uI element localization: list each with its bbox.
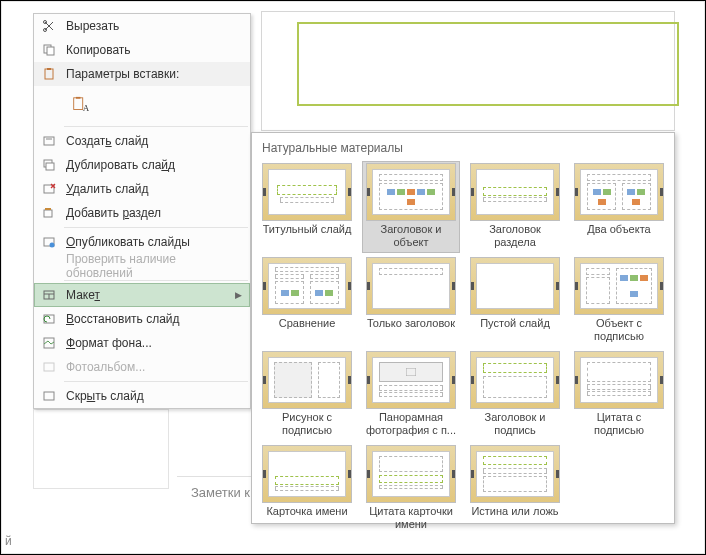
format-bg-icon — [40, 334, 58, 352]
layout-title-only[interactable]: Только заголовок — [362, 255, 460, 347]
restore-icon — [40, 310, 58, 328]
svg-rect-9 — [44, 137, 54, 145]
copy-icon — [40, 41, 58, 59]
menu-cut[interactable]: Вырезать — [34, 14, 250, 38]
layout-comparison[interactable]: Сравнение — [258, 255, 356, 347]
svg-text:A: A — [83, 103, 89, 113]
menu-check-updates: Проверить наличие обновлений — [34, 254, 250, 278]
layout-quote-name-card[interactable]: Цитата карточки имени — [362, 443, 460, 535]
menu-new-slide[interactable]: Создать слайд — [34, 129, 250, 153]
svg-rect-4 — [45, 69, 53, 79]
layout-quote-with-caption[interactable]: Цитата с подписью — [570, 349, 668, 441]
menu-format-background[interactable]: Формат фона... — [34, 331, 250, 355]
menu-format-background-label: Формат фона... — [66, 336, 152, 350]
layout-true-or-false[interactable]: Истина или ложь — [466, 443, 564, 535]
photo-album-icon — [40, 358, 58, 376]
layout-name-card[interactable]: Карточка имени — [258, 443, 356, 535]
svg-rect-14 — [44, 210, 52, 217]
layout-two-content[interactable]: Два объекта — [570, 161, 668, 253]
layout-title-and-content[interactable]: Заголовок и объект — [362, 161, 460, 253]
menu-delete-slide[interactable]: Удалить слайд — [34, 177, 250, 201]
svg-rect-3 — [47, 47, 54, 55]
layout-title-and-caption[interactable]: Заголовок и подпись — [466, 349, 564, 441]
menu-check-updates-label: Проверить наличие обновлений — [66, 252, 242, 280]
menu-publish-slides[interactable]: Опубликовать слайды — [34, 230, 250, 254]
submenu-arrow-icon: ▶ — [235, 290, 242, 300]
menu-layout-label: Макет — [66, 288, 100, 302]
layout-picture-with-caption[interactable]: Рисунок с подписью — [258, 349, 356, 441]
svg-point-17 — [50, 243, 55, 248]
menu-copy-label: Копировать — [66, 43, 131, 57]
layout-grid: Титульный слайд Заголовок и объект Загол… — [258, 161, 668, 535]
menu-duplicate-slide[interactable]: Дублировать слайд — [34, 153, 250, 177]
slide-thumbnail-pane[interactable] — [33, 409, 169, 489]
svg-rect-23 — [44, 363, 54, 371]
menu-paste-options-label: Параметры вставки: — [66, 67, 179, 81]
layout-blank[interactable]: Пустой слайд — [466, 255, 564, 347]
slide-canvas — [261, 11, 675, 131]
layout-gallery-flyout: Натуральные материалы Титульный слайд За… — [251, 132, 675, 524]
menu-hide-slide[interactable]: Скрыть слайд — [34, 384, 250, 408]
svg-rect-5 — [47, 68, 51, 70]
paste-keep-formatting-button[interactable]: A — [66, 91, 94, 119]
publish-icon — [40, 233, 58, 251]
hide-slide-icon — [40, 387, 58, 405]
menu-photo-album: Фотоальбом... — [34, 355, 250, 379]
layout-title-slide[interactable]: Титульный слайд — [258, 161, 356, 253]
menu-publish-slides-label: Опубликовать слайды — [66, 235, 190, 249]
statusbar-fragment: й — [5, 534, 12, 548]
menu-add-section[interactable]: Добавить раздел — [34, 201, 250, 225]
add-section-icon — [40, 204, 58, 222]
menu-paste-options-header: Параметры вставки: — [34, 62, 250, 86]
menu-hide-slide-label: Скрыть слайд — [66, 389, 144, 403]
svg-rect-6 — [74, 98, 83, 110]
svg-rect-12 — [46, 163, 54, 170]
menu-new-slide-label: Создать слайд — [66, 134, 148, 148]
menu-add-section-label: Добавить раздел — [66, 206, 161, 220]
scissors-icon — [40, 17, 58, 35]
layout-content-with-caption[interactable]: Объект с подписью — [570, 255, 668, 347]
menu-duplicate-slide-label: Дублировать слайд — [66, 158, 175, 172]
layout-gallery-title: Натуральные материалы — [258, 137, 668, 161]
menu-restore-slide[interactable]: Восстановить слайд — [34, 307, 250, 331]
menu-cut-label: Вырезать — [66, 19, 119, 33]
clipboard-icon — [40, 65, 58, 83]
svg-rect-7 — [76, 97, 81, 99]
blank-icon — [40, 257, 58, 275]
menu-delete-slide-label: Удалить слайд — [66, 182, 149, 196]
delete-slide-icon — [40, 180, 58, 198]
context-menu: Вырезать Копировать Параметры вставки: A — [33, 13, 251, 409]
layout-panoramic-picture[interactable]: Панорамная фотография с п... — [362, 349, 460, 441]
layout-icon — [40, 286, 58, 304]
menu-photo-album-label: Фотоальбом... — [66, 360, 145, 374]
duplicate-slide-icon — [40, 156, 58, 174]
layout-section-header[interactable]: Заголовок раздела — [466, 161, 564, 253]
svg-rect-24 — [44, 392, 54, 400]
clipboard-a-icon: A — [71, 96, 89, 114]
menu-layout[interactable]: Макет ▶ — [34, 283, 250, 307]
menu-copy[interactable]: Копировать — [34, 38, 250, 62]
paste-options-row: A — [34, 86, 250, 124]
svg-rect-25 — [406, 368, 416, 376]
svg-rect-15 — [45, 208, 51, 210]
new-slide-icon — [40, 132, 58, 150]
menu-restore-slide-label: Восстановить слайд — [66, 312, 180, 326]
